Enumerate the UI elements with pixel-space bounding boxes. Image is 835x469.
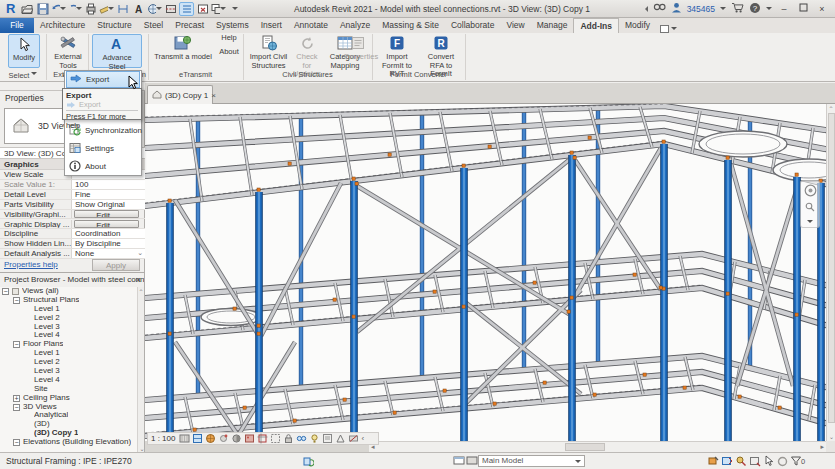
active-workset-select[interactable]: Main Model bbox=[478, 455, 585, 467]
tree-item[interactable]: Structural Plans bbox=[0, 296, 138, 305]
check-for-updates-button[interactable]: Check for Updates bbox=[292, 34, 322, 68]
about-button[interactable]: About bbox=[216, 48, 242, 60]
navigation-bar[interactable] bbox=[800, 180, 820, 228]
properties-help-link[interactable]: Properties help bbox=[4, 260, 58, 269]
navbar-caret-icon[interactable] bbox=[807, 220, 813, 226]
switch-windows-icon[interactable] bbox=[211, 2, 226, 16]
constraints-icon[interactable] bbox=[348, 433, 359, 444]
rendering-icon[interactable] bbox=[244, 433, 255, 444]
status-sync-icon[interactable] bbox=[302, 455, 315, 468]
temporary-hide-isolate-icon[interactable] bbox=[296, 433, 307, 444]
close-hidden-windows-icon[interactable] bbox=[195, 2, 210, 16]
import-civil-structures-button[interactable]: Import Civil Structures bbox=[246, 34, 291, 68]
workset-status-icon[interactable] bbox=[465, 455, 478, 468]
lock-3d-view-icon[interactable] bbox=[283, 433, 294, 444]
select-pinned-icon[interactable] bbox=[734, 455, 747, 468]
tab-view[interactable]: View bbox=[500, 18, 530, 33]
close-button[interactable]: × bbox=[815, 2, 829, 16]
menu-item-about[interactable]: About bbox=[66, 158, 140, 175]
measure-icon[interactable] bbox=[99, 2, 114, 16]
steering-wheel-icon[interactable] bbox=[804, 184, 817, 199]
modify-button[interactable]: Modify bbox=[8, 34, 40, 68]
visual-style-icon[interactable] bbox=[205, 433, 216, 444]
convert-rfa-button[interactable]: R Convert RFA to FormIt bbox=[420, 34, 462, 68]
save-icon[interactable] bbox=[35, 2, 50, 16]
account-caret-icon[interactable] bbox=[720, 7, 726, 13]
edit-button[interactable]: Edit... bbox=[74, 220, 139, 228]
tree-item-current-view[interactable]: (3D) Copy 1 bbox=[0, 429, 138, 438]
tab-systems[interactable]: Systems bbox=[210, 18, 255, 33]
detail-level-icon[interactable] bbox=[192, 433, 203, 444]
revit-logo-icon[interactable]: R bbox=[6, 1, 15, 17]
3d-model-view[interactable]: .bO{stroke:#5b5c60;stroke-width:6.2;fill… bbox=[145, 104, 826, 441]
import-formit-button[interactable]: F Import FormIt to RVT bbox=[376, 34, 418, 68]
tab-add-ins[interactable]: Add-Ins bbox=[573, 18, 619, 33]
redo-icon[interactable] bbox=[67, 2, 82, 16]
vcb-collapse-icon[interactable]: ‹ bbox=[361, 434, 364, 443]
thin-lines-icon[interactable] bbox=[179, 2, 194, 16]
help-button[interactable]: Help bbox=[216, 34, 242, 46]
tree-item[interactable]: Floor Plans bbox=[0, 340, 138, 349]
tree-item[interactable]: Level 4 bbox=[0, 376, 138, 385]
external-tools-button[interactable]: External Tools bbox=[50, 34, 86, 68]
open-icon[interactable] bbox=[19, 2, 34, 16]
section-icon[interactable] bbox=[163, 2, 178, 16]
tree-item[interactable]: Level 2 bbox=[0, 314, 138, 323]
restore-button[interactable] bbox=[796, 2, 810, 16]
view-scale-label[interactable]: 1 : 100 bbox=[151, 434, 175, 443]
help-icon[interactable]: ? bbox=[749, 2, 761, 16]
tab-architecture[interactable]: Architecture bbox=[34, 18, 91, 33]
scale-icon[interactable] bbox=[179, 433, 190, 444]
tab-manage[interactable]: Manage bbox=[531, 18, 574, 33]
help-caret-icon[interactable] bbox=[766, 7, 772, 13]
select-links-icon[interactable] bbox=[706, 455, 719, 468]
qat-customize-icon[interactable] bbox=[227, 2, 242, 16]
background-processes-icon[interactable] bbox=[776, 455, 789, 468]
apply-button[interactable]: Apply bbox=[92, 259, 140, 271]
tab-file[interactable]: File bbox=[0, 18, 34, 33]
reveal-hidden-icon[interactable] bbox=[309, 433, 320, 444]
menu-item-settings[interactable]: Settings bbox=[66, 140, 140, 157]
search-icon[interactable] bbox=[653, 2, 666, 15]
view-tab[interactable]: (3D) Copy 1 × bbox=[147, 85, 213, 104]
minimize-button[interactable]: – bbox=[777, 2, 791, 16]
tab-steel[interactable]: Steel bbox=[138, 18, 169, 33]
account-icon[interactable] bbox=[671, 2, 682, 15]
tree-item[interactable]: (3D) bbox=[0, 420, 138, 429]
analytical-model-icon[interactable] bbox=[335, 433, 346, 444]
panel-label-select[interactable]: Select bbox=[0, 69, 46, 81]
tree-item[interactable]: Level 3 bbox=[0, 367, 138, 376]
crop-view-icon[interactable] bbox=[257, 433, 268, 444]
tree-item[interactable]: Level 4 bbox=[0, 331, 138, 340]
zoom-icon[interactable] bbox=[805, 202, 815, 214]
modify-panel-selector[interactable] bbox=[660, 24, 677, 33]
tree-item[interactable]: Level 2 bbox=[0, 358, 138, 367]
tree-item[interactable]: Site bbox=[0, 385, 138, 394]
horizontal-scrollbar[interactable]: ◂ ▸ bbox=[369, 441, 826, 452]
infocenter-collapse-icon[interactable] bbox=[642, 6, 648, 12]
properties-scroll-down-icon[interactable]: ⌄ bbox=[137, 249, 143, 257]
vertical-scrollbar[interactable]: ⌃ ⌄ bbox=[826, 104, 835, 441]
undo-icon[interactable] bbox=[51, 2, 66, 16]
worksets-dialog-icon[interactable] bbox=[452, 455, 465, 468]
aligned-dimension-icon[interactable] bbox=[115, 2, 130, 16]
tree-item[interactable]: 3D Views bbox=[0, 403, 138, 412]
account-id[interactable]: 345465 bbox=[687, 4, 715, 14]
browser-scrollbar[interactable]: ⌃⌄ bbox=[137, 287, 144, 452]
tree-item[interactable]: Analytical bbox=[0, 411, 138, 420]
select-by-face-icon[interactable] bbox=[748, 455, 761, 468]
tab-analyze[interactable]: Analyze bbox=[334, 18, 376, 33]
drag-elements-icon[interactable] bbox=[762, 455, 775, 468]
tree-item[interactable]: Level 1 bbox=[0, 305, 138, 314]
print-icon[interactable] bbox=[83, 2, 98, 16]
tab-annotate[interactable]: Annotate bbox=[288, 18, 334, 33]
tab-modify[interactable]: Modify bbox=[619, 18, 656, 33]
panel-label-etransmit[interactable]: eTransmit bbox=[148, 69, 243, 81]
tree-item[interactable]: Level 1 bbox=[0, 349, 138, 358]
show-crop-icon[interactable] bbox=[270, 433, 281, 444]
project-browser-close-icon[interactable]: × bbox=[136, 275, 141, 285]
tab-structure[interactable]: Structure bbox=[91, 18, 138, 33]
sun-path-icon[interactable] bbox=[218, 433, 229, 444]
store-icon[interactable] bbox=[731, 2, 744, 15]
edit-button[interactable]: Edit... bbox=[74, 210, 139, 218]
